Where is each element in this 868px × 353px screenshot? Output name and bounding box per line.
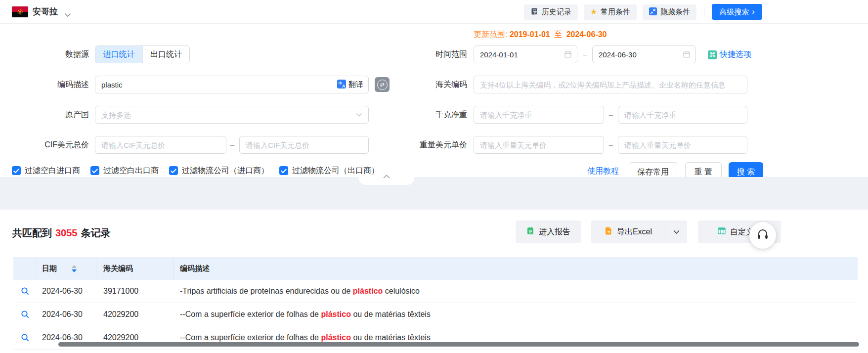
command-icon: ⌘ [708, 50, 717, 59]
chevron-up-icon[interactable] [383, 172, 391, 181]
calendar-icon[interactable] [564, 50, 572, 58]
net-weight-max-input[interactable] [618, 106, 747, 124]
checkbox-label: 过滤物流公司（出口商） [292, 166, 379, 176]
code-desc-input[interactable] [95, 81, 337, 89]
table-row[interactable]: 2024-06-30 39171000 -Tripas artificiais … [13, 280, 858, 303]
date-end-field [592, 45, 696, 63]
chevron-down-icon [673, 230, 680, 234]
match-count: 3055 [55, 227, 78, 238]
desc-text: celulósico [383, 287, 420, 295]
desc-highlight: plástico [353, 287, 383, 295]
unit-price-max-input[interactable] [618, 136, 747, 154]
hide-conditions-button[interactable]: 隐藏条件 [643, 4, 696, 20]
report-icon [526, 226, 535, 237]
date-start-field [474, 45, 577, 63]
tutorial-link[interactable]: 使用教程 [587, 166, 619, 176]
history-button-label: 历史记录 [542, 7, 571, 17]
update-range-end: 2024-06-30 [566, 30, 607, 39]
tab-import-stats[interactable]: 进口统计 [95, 46, 142, 63]
table-header-hs-code: 海关编码 [96, 257, 174, 280]
history-button[interactable]: 历史记录 [524, 4, 578, 20]
caret-down-icon[interactable] [72, 269, 77, 272]
favorites-button[interactable]: ★ 常用条件 [584, 4, 637, 20]
collapse-icon [649, 7, 657, 17]
unit-price-min-input[interactable] [474, 136, 604, 154]
topbar: 安哥拉 历史记录 ★ 常用条件 隐藏条件 高级搜 [0, 0, 868, 24]
row-date: 2024-06-30 [37, 287, 96, 296]
cif-min-input[interactable] [95, 136, 226, 154]
match-suffix: 条记录 [81, 227, 111, 238]
checkbox-label: 过滤空白进口商 [25, 166, 80, 176]
origin-country-input[interactable] [95, 111, 356, 119]
chevron-down-icon [356, 113, 362, 117]
chevron-right-icon: › [752, 7, 755, 16]
checkbox-checked-icon[interactable] [169, 166, 178, 175]
export-excel-button[interactable]: 导出Excel [591, 221, 665, 243]
sort-carets[interactable] [72, 265, 77, 272]
chevron-down-icon[interactable] [64, 10, 71, 19]
advanced-search-label: 高级搜索 [719, 7, 749, 17]
origin-country-label: 原产国 [15, 106, 89, 124]
table-header-desc: 编码描述 [174, 257, 858, 280]
horizontal-scrollbar-thumb[interactable] [58, 342, 859, 347]
swap-language-button[interactable]: ⇄ [375, 77, 390, 92]
checkbox-checked-icon[interactable] [90, 166, 99, 175]
search-icon[interactable] [21, 310, 30, 319]
data-source-label: 数据源 [15, 45, 89, 63]
match-prefix: 共匹配到 [12, 227, 52, 238]
advanced-search-button[interactable]: 高级搜索 › [712, 4, 762, 20]
desc-highlight: plástico [321, 310, 350, 318]
filter-blank-importer-checkbox[interactable]: 过滤空白进口商 [12, 165, 80, 176]
net-weight-label: 千克净重 [393, 106, 467, 124]
net-weight-min-input[interactable] [474, 106, 604, 124]
checkbox-checked-icon[interactable] [279, 166, 288, 175]
filter-blank-exporter-checkbox[interactable]: 过滤空白出口商 [90, 165, 159, 176]
update-range-to: 至 [554, 30, 562, 39]
search-icon[interactable] [21, 287, 30, 296]
checkbox-label: 过滤空白出口商 [103, 166, 159, 176]
section-separator [0, 177, 868, 210]
quick-options-link[interactable]: ⌘ 快捷选项 [708, 49, 751, 60]
topbar-divider [704, 6, 704, 17]
export-options-dropdown[interactable] [665, 221, 687, 243]
calendar-icon[interactable] [683, 50, 691, 58]
row-hs-code: 42029200 [96, 310, 174, 319]
desc-text: -Tripas artificiais de proteínas endurec… [180, 287, 353, 295]
columns-icon [717, 226, 726, 237]
tab-export-stats[interactable]: 出口统计 [142, 46, 189, 63]
table-header-icon-column [13, 257, 37, 280]
table-row[interactable]: 2024-06-30 42029200 --Com a superfície e… [13, 303, 858, 326]
filter-logistics-exporter-checkbox[interactable]: 过滤物流公司（出口商） [279, 165, 379, 176]
checkbox-checked-icon[interactable] [12, 166, 21, 175]
range-dash: – [581, 45, 589, 63]
translate-button[interactable]: 中A 翻译 [337, 80, 363, 90]
search-icon[interactable] [21, 333, 30, 342]
origin-country-select[interactable] [95, 106, 369, 124]
enter-report-button[interactable]: 进入报告 [516, 221, 581, 243]
angola-flag-icon [12, 6, 28, 17]
cif-max-input[interactable] [239, 136, 369, 154]
row-hs-code: 42029200 [96, 333, 174, 342]
results-summary: 共匹配到3055条记录 [12, 226, 111, 240]
desc-text: --Com a superfície exterior de folhas de [180, 333, 321, 342]
date-start-input[interactable] [474, 50, 564, 59]
row-date: 2024-06-30 [37, 333, 96, 342]
update-range-label: 更新范围: [474, 30, 507, 39]
table-header-date: 日期 [37, 257, 96, 280]
topbar-actions: 历史记录 ★ 常用条件 隐藏条件 高级搜索 › [524, 4, 762, 20]
caret-up-icon[interactable] [72, 265, 77, 268]
export-icon [604, 226, 613, 237]
filter-logistics-importer-checkbox[interactable]: 过滤物流公司（进口商） [169, 165, 269, 176]
checkbox-label: 过滤物流公司（进口商） [182, 166, 269, 176]
data-source-tabs: 进口统计 出口统计 [95, 45, 190, 63]
translate-icon: 中A [337, 80, 346, 90]
hs-code-input[interactable] [474, 76, 747, 93]
code-desc-label: 编码描述 [15, 76, 89, 93]
cif-total-label: CIF美元总价 [15, 136, 89, 154]
country-selector-label[interactable]: 安哥拉 [33, 0, 58, 24]
date-end-input[interactable] [593, 50, 683, 59]
export-excel-label: 导出Excel [617, 227, 652, 237]
customer-service-button[interactable] [749, 222, 776, 249]
translate-label: 翻译 [348, 80, 363, 89]
hs-code-label: 海关编码 [393, 76, 467, 93]
